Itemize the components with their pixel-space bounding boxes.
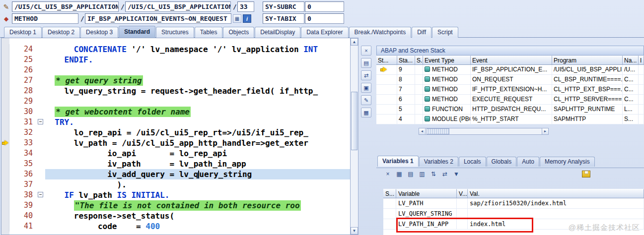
tab-globals[interactable]: Globals bbox=[487, 157, 517, 167]
tab-variables-1[interactable]: Variables 1 bbox=[377, 156, 419, 167]
tab-structures[interactable]: Structures bbox=[156, 27, 194, 38]
breakpoint-margin[interactable] bbox=[1, 190, 9, 200]
code-line[interactable]: lv_path = /ui5/cl_ui5_app_http_handler=>… bbox=[45, 138, 350, 148]
line-number[interactable]: 35 bbox=[9, 159, 37, 169]
line-number[interactable]: 27 bbox=[9, 75, 37, 86]
code-line[interactable]: iv_add_query = lv_query_string bbox=[45, 169, 350, 179]
code-line[interactable]: * get webcontent folder name bbox=[45, 107, 350, 117]
line-number[interactable]: 24 bbox=[9, 44, 37, 55]
edit-source-icon[interactable]: ✎ bbox=[2, 2, 10, 11]
editor-line[interactable]: 35 iv_path = lv_path_in_app bbox=[1, 159, 350, 169]
variable-row[interactable]: LV_QUERY_STRING bbox=[383, 209, 644, 219]
event-name-field[interactable]: IF_BSP_APPLICATION_EVENTS~ON_REQUEST (/U… bbox=[85, 13, 231, 24]
info-icon[interactable]: i bbox=[243, 14, 251, 23]
code-line[interactable]: ). bbox=[45, 179, 350, 190]
line-number[interactable]: 37 bbox=[9, 179, 37, 190]
tab-tables[interactable]: Tables bbox=[195, 27, 223, 38]
variable-cell-name[interactable]: LV_PATH_IN_APP bbox=[396, 219, 457, 229]
filter-icon[interactable]: ▼ bbox=[452, 170, 461, 178]
new-tool-icon[interactable]: ▤ bbox=[361, 58, 371, 68]
tab-script[interactable]: Script bbox=[432, 27, 458, 38]
editor-line[interactable]: 41 code = 400 bbox=[1, 221, 350, 232]
editor-line[interactable]: 24 CONCATENATE '/' lv_namespace '/' lv_a… bbox=[1, 44, 350, 55]
include-field[interactable]: /UI5/CL_UI5_BSP_APPLICATION==... bbox=[125, 1, 231, 12]
breakpoint-margin[interactable] bbox=[1, 159, 9, 169]
breakpoint-margin[interactable] bbox=[1, 55, 9, 65]
fold-toggle-icon[interactable] bbox=[38, 192, 43, 197]
breakpoint-margin[interactable] bbox=[1, 179, 9, 190]
code-line[interactable] bbox=[45, 65, 350, 75]
tab-desktop-3[interactable]: Desktop 3 bbox=[80, 27, 118, 38]
line-number[interactable]: 28 bbox=[9, 86, 37, 96]
variable-cell-value[interactable]: sap/zfiori150320/index.html bbox=[468, 198, 644, 208]
watch1-name-field[interactable]: SY-SUBRC bbox=[263, 1, 304, 12]
stack-horizontal-scrollbar[interactable]: ◄ ► bbox=[419, 128, 549, 135]
fold-toggle-icon[interactable] bbox=[38, 119, 43, 124]
tab-data-explorer[interactable]: Data Explorer bbox=[301, 27, 348, 38]
table-display-icon[interactable]: ▦ bbox=[395, 170, 404, 178]
table-view-tool-icon[interactable]: ▦ bbox=[361, 108, 371, 118]
swap-icon[interactable]: ⇄ bbox=[440, 170, 449, 178]
stack-row[interactable]: 7METHODIF_HTTP_EXTENSION~H...CL_HTTP_EXT… bbox=[376, 85, 644, 95]
breakpoint-margin[interactable] bbox=[1, 200, 9, 211]
breakpoint-margin[interactable] bbox=[1, 127, 9, 138]
services-of-tool-icon[interactable]: ✎ bbox=[361, 95, 371, 105]
code-line[interactable]: ENDIF. bbox=[45, 55, 350, 65]
save-layout-button[interactable] bbox=[582, 171, 590, 177]
breakpoint-margin[interactable] bbox=[1, 86, 9, 96]
tab-diff[interactable]: Diff bbox=[412, 27, 431, 38]
watchpoint-icon[interactable]: ◆ bbox=[2, 14, 10, 23]
scroll-down-button[interactable]: ▼ bbox=[351, 227, 358, 235]
editor-line[interactable]: 32 lo_rep_api = /ui5/cl_ui5_rep_rt=>/ui5… bbox=[1, 127, 350, 138]
scroll-up-button[interactable]: ▲ bbox=[351, 38, 358, 46]
variable-cell-value[interactable] bbox=[468, 209, 644, 219]
variable-cell-name[interactable]: LV_PATH bbox=[396, 198, 457, 208]
tab-break-watchpoints[interactable]: Break./Watchpoints bbox=[349, 27, 412, 38]
line-number[interactable]: 30 bbox=[9, 107, 37, 117]
line-number[interactable]: 41 bbox=[9, 221, 37, 232]
editor-line[interactable]: 26 bbox=[1, 65, 350, 75]
code-line[interactable]: "The file is not contained in both resou… bbox=[45, 200, 350, 211]
breakpoint-margin[interactable] bbox=[1, 169, 9, 179]
stack-row[interactable]: 4MODULE (PBO)%_HTTP_STARTSAPMHTTPS... bbox=[376, 115, 644, 124]
stack-row[interactable]: 5FUNCTIONHTTP_DISPATCH_REQU...SAPLHTTP_R… bbox=[376, 105, 644, 115]
editor-line[interactable]: 36 iv_add_query = lv_query_string bbox=[1, 169, 350, 179]
code-line[interactable]: * get query string bbox=[45, 75, 350, 86]
editor-line[interactable]: 33 lv_path = /ui5/cl_ui5_app_http_handle… bbox=[1, 138, 350, 148]
code-line[interactable]: lo_rep_api = /ui5/cl_ui5_rep_rt=>/ui5/if… bbox=[45, 127, 350, 138]
scrollbar-thumb[interactable] bbox=[427, 128, 449, 134]
scroll-left-button[interactable]: ◄ bbox=[419, 128, 426, 134]
editor-line[interactable]: 39 "The file is not contained in both re… bbox=[1, 200, 350, 211]
fullscreen-tool-icon[interactable]: ▣ bbox=[361, 83, 371, 93]
line-number[interactable]: 25 bbox=[9, 55, 37, 65]
detail-display-icon[interactable]: ▤ bbox=[406, 170, 415, 178]
line-number[interactable]: 33 bbox=[9, 138, 37, 148]
code-line[interactable]: TRY. bbox=[45, 117, 350, 127]
code-line[interactable]: IF lv_path IS INITIAL. bbox=[45, 190, 350, 200]
scroll-right-button[interactable]: ► bbox=[542, 128, 548, 134]
line-number[interactable]: 32 bbox=[9, 127, 37, 138]
scrollbar-thumb[interactable] bbox=[351, 92, 358, 150]
breakpoint-margin[interactable] bbox=[1, 44, 9, 55]
editor-vertical-scrollbar[interactable]: ▲ ▼ bbox=[350, 38, 358, 235]
tab-desktop-2[interactable]: Desktop 2 bbox=[42, 27, 80, 38]
code-editor[interactable]: 24 CONCATENATE '/' lv_namespace '/' lv_a… bbox=[1, 38, 350, 235]
tab-detaildisplay[interactable]: DetailDisplay bbox=[255, 27, 300, 38]
line-number[interactable]: 39 bbox=[9, 200, 37, 211]
editor-line[interactable]: 27 * get query string bbox=[1, 75, 350, 86]
watch1-value-field[interactable]: 0 bbox=[305, 1, 344, 12]
line-number[interactable]: 40 bbox=[9, 211, 37, 221]
event-kind-field[interactable]: METHOD bbox=[12, 13, 78, 24]
editor-line[interactable]: 38 IF lv_path IS INITIAL. bbox=[1, 190, 350, 200]
insert-column-icon[interactable]: ▥ bbox=[418, 170, 427, 178]
editor-line[interactable]: 25 ENDIF. bbox=[1, 55, 350, 65]
code-line[interactable]: lv_query_string = request->get_header_fi… bbox=[45, 86, 350, 96]
tab-desktop-1[interactable]: Desktop 1 bbox=[4, 27, 42, 38]
editor-line[interactable]: 31 TRY. bbox=[1, 117, 350, 127]
code-line[interactable]: response->set_status( bbox=[45, 211, 350, 221]
replace-tool-icon[interactable]: ⇄ bbox=[361, 70, 371, 80]
code-line[interactable]: io_api = lo_rep_api bbox=[45, 148, 350, 159]
breakpoint-margin[interactable] bbox=[1, 65, 9, 75]
close-tool-icon[interactable]: × bbox=[361, 46, 371, 56]
variable-row[interactable]: LV_PATHsap/zfiori150320/index.html bbox=[383, 198, 644, 209]
